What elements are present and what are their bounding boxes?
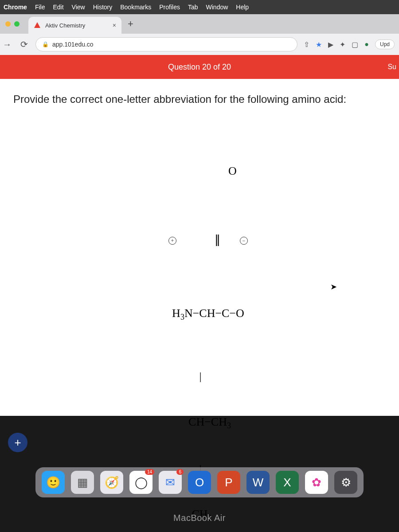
- dock-launchpad-icon[interactable]: ▦: [71, 471, 94, 494]
- macbook-label: MacBook Air: [0, 513, 399, 523]
- browser-tab[interactable]: Aktiv Chemistry ×: [28, 17, 121, 34]
- profile-avatar-icon[interactable]: ●: [364, 40, 369, 48]
- bookmark-star-icon[interactable]: ★: [316, 40, 322, 49]
- dock-finder-icon[interactable]: 🙂: [42, 471, 65, 494]
- plus-charge-icon: +: [168, 237, 176, 245]
- dock-inner: 🙂 ▦ 🧭 ◯14 ✉6 O P W X ✿ ⚙: [35, 467, 364, 497]
- menu-bookmarks[interactable]: Bookmarks: [120, 4, 151, 11]
- zoom-icon[interactable]: [14, 21, 20, 27]
- new-tab-button[interactable]: +: [128, 18, 133, 30]
- omnibar-actions: ⇧ ★ ▶ ✦ ▢ ● Upd: [304, 39, 395, 49]
- tab-title: Aktiv Chemistry: [45, 22, 108, 29]
- dock-safari-icon[interactable]: 🧭: [100, 471, 123, 494]
- tab-strip: Aktiv Chemistry × +: [0, 14, 399, 34]
- minimize-icon[interactable]: [5, 21, 11, 27]
- minus-charge-icon: −: [240, 237, 248, 245]
- address-bar[interactable]: 🔒 app.101edu.co: [35, 37, 297, 51]
- tab-close-icon[interactable]: ×: [113, 22, 116, 29]
- structure-o: O: [228, 164, 237, 177]
- menu-window[interactable]: Window: [206, 4, 228, 11]
- svg-marker-0: [34, 22, 40, 28]
- browser-chrome: Aktiv Chemistry × + → ⟳ 🔒 app.101edu.co …: [0, 14, 399, 55]
- macos-menubar: Chrome File Edit View History Bookmarks …: [0, 0, 399, 14]
- quiz-content: Provide the correct one-letter abbreviat…: [0, 79, 399, 416]
- mail-badge: 6: [176, 469, 184, 475]
- structure-ch-ch: CH−CH: [188, 415, 227, 428]
- dock-photos-icon[interactable]: ✿: [305, 471, 328, 494]
- structure-double-bond: ‖: [215, 233, 220, 246]
- menu-profiles[interactable]: Profiles: [159, 4, 180, 11]
- menu-help[interactable]: Help: [236, 4, 249, 11]
- menu-view[interactable]: View: [72, 4, 85, 11]
- question-prompt: Provide the correct one-letter abbreviat…: [13, 92, 386, 106]
- add-fab-button[interactable]: +: [8, 433, 27, 452]
- structure-h: H: [172, 307, 180, 320]
- update-button[interactable]: Upd: [375, 39, 395, 49]
- menu-history[interactable]: History: [93, 4, 113, 11]
- share-icon[interactable]: ⇧: [304, 40, 309, 49]
- omnibar: → ⟳ 🔒 app.101edu.co ⇧ ★ ▶ ✦ ▢ ● Upd: [0, 34, 399, 55]
- dock-excel-icon[interactable]: X: [276, 471, 299, 494]
- dock-settings-icon[interactable]: ⚙: [334, 471, 357, 494]
- nav-reload-icon[interactable]: ⟳: [19, 39, 29, 50]
- question-counter: Question 20 of 20: [168, 63, 231, 72]
- nav-forward-icon[interactable]: →: [2, 39, 12, 50]
- dock-outlook-icon[interactable]: O: [188, 471, 211, 494]
- dock-powerpoint-icon[interactable]: P: [217, 471, 240, 494]
- menu-edit[interactable]: Edit: [53, 4, 63, 11]
- structure-backbone: N−CH−C−O: [184, 307, 244, 320]
- extensions-icon[interactable]: ✦: [340, 40, 345, 49]
- structure-sub3a: 3: [180, 313, 184, 321]
- quiz-header: Question 20 of 20 Su: [0, 55, 399, 79]
- dock-word-icon[interactable]: W: [246, 471, 270, 494]
- media-icon[interactable]: ▶: [328, 40, 333, 49]
- cursor-icon: ➤: [330, 282, 337, 292]
- dock-chrome-icon[interactable]: ◯14: [129, 471, 153, 494]
- submit-button-fragment[interactable]: Su: [387, 63, 396, 71]
- dock-mail-icon[interactable]: ✉6: [159, 471, 182, 494]
- menu-tab[interactable]: Tab: [188, 4, 198, 11]
- tab-favicon-icon: [34, 22, 41, 29]
- window-icon[interactable]: ▢: [352, 40, 358, 49]
- structure-sub3b: 3: [227, 421, 231, 430]
- menubar-app-name[interactable]: Chrome: [4, 4, 27, 11]
- chrome-badge: 14: [145, 469, 154, 475]
- menu-file[interactable]: File: [35, 4, 45, 11]
- url-text: app.101edu.co: [52, 41, 94, 48]
- structure-bond-1: |: [199, 370, 201, 383]
- traffic-lights: [5, 21, 20, 27]
- lock-icon: 🔒: [42, 41, 49, 47]
- macos-dock: 🙂 ▦ 🧭 ◯14 ✉6 O P W X ✿ ⚙: [0, 467, 399, 497]
